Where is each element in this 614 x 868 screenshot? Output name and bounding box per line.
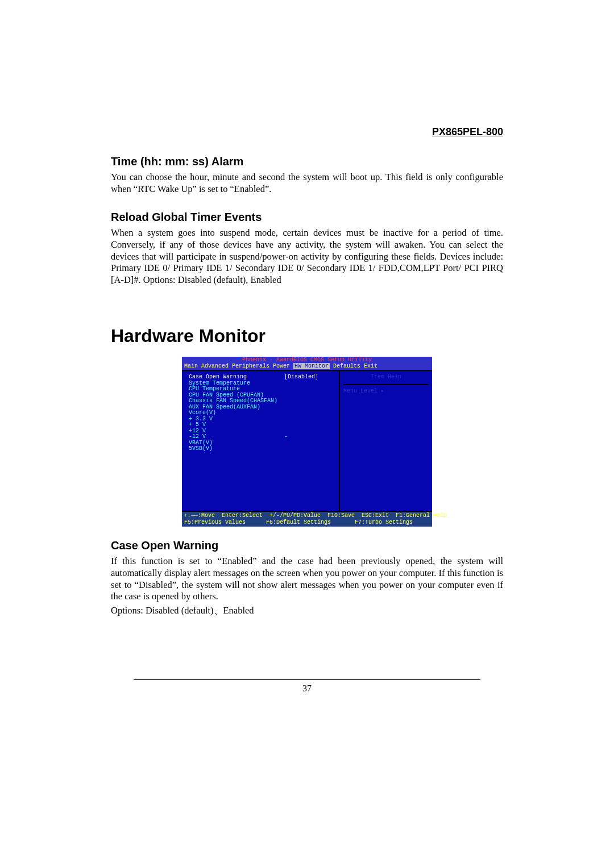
body-time-alarm: You can choose the hour, minute and seco… [111, 172, 503, 195]
footer-rule [134, 679, 480, 680]
bios-footer: ↑↓→←:Move Enter:Select +/-/PU/PD:Value F… [182, 511, 432, 527]
heading-time-alarm: Time (hh: mm: ss) Alarm [111, 155, 503, 168]
bios-footer-line2: F5:Previous Values F6:Default Settings F… [184, 519, 413, 525]
bios-row-label: -12 V [189, 433, 206, 440]
bios-menu-level: Menu Level ▸ [343, 389, 429, 395]
bios-row-label: Case Open Warning [189, 374, 247, 380]
bios-left-panel: Case Open Warning [Disabled] System Temp… [182, 371, 340, 511]
model-header: PX865PEL-800 [111, 126, 503, 138]
bios-menu-selected: HW Monitor [293, 363, 330, 369]
bios-row-label: 5VSB(V) [189, 446, 335, 452]
body-reload-timer: When a system goes into suspend mode, ce… [111, 227, 503, 286]
bios-right-panel: Item Help Menu Level ▸ [340, 371, 432, 511]
options-case-open: Options: Disabled (default)、Enabled [111, 605, 503, 617]
body-case-open: If this function is set to “Enabled” and… [111, 556, 503, 603]
bios-menu-right: Defaults Exit [330, 363, 377, 369]
heading-case-open: Case Open Warning [111, 539, 503, 552]
bios-item-help: Item Help [343, 374, 429, 385]
document-page: PX865PEL-800 Time (hh: mm: ss) Alarm You… [111, 126, 503, 694]
bios-row-value: - [284, 433, 288, 440]
bios-menubar: Main Advanced Peripherals Power HW Monit… [182, 364, 432, 370]
heading-reload-timer: Reload Global Timer Events [111, 211, 503, 224]
heading-hardware-monitor: Hardware Monitor [111, 326, 503, 347]
page-number: 37 [111, 683, 503, 694]
bios-menu-left: Main Advanced Peripherals Power [184, 363, 293, 369]
bios-footer-line1: ↑↓→←:Move Enter:Select +/-/PU/PD:Value F… [184, 512, 447, 519]
bios-row-label: + 5 V [189, 422, 335, 428]
bios-row-value: [Disabled] [284, 374, 318, 380]
bios-row-label: + 3.3 V [189, 416, 335, 423]
bios-screenshot: Phoenix - AwardBIOS CMOS Setup Utility M… [111, 357, 503, 527]
